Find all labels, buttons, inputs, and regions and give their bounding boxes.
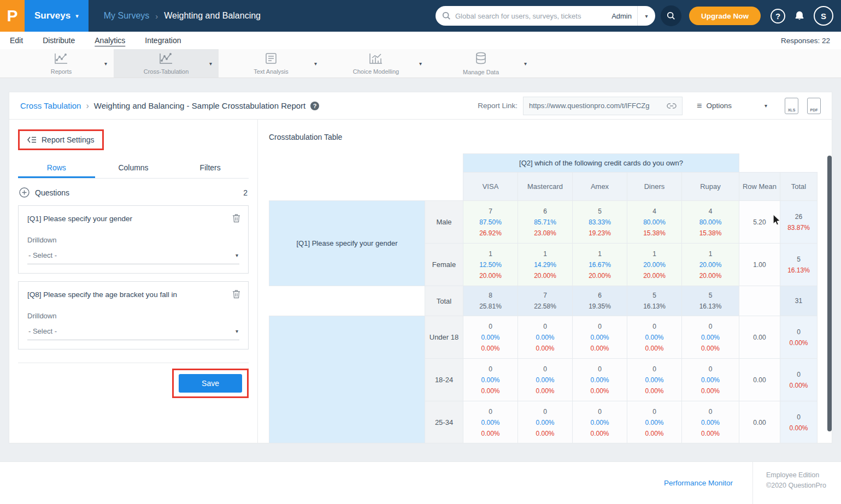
drilldown-select[interactable]: - Select -▾	[27, 322, 239, 340]
cell-value: 0.00%	[463, 417, 517, 428]
link-icon[interactable]	[667, 103, 677, 109]
nav-item-integration[interactable]: Integration	[145, 36, 181, 45]
select-value: - Select -	[28, 251, 57, 259]
cell-value: 0.00%	[518, 428, 572, 439]
save-button[interactable]: Save	[179, 374, 242, 393]
chevron-down-icon[interactable]: ▾	[419, 61, 422, 67]
cell-value: 0.00%	[627, 375, 681, 386]
cell-value: 0.00%	[573, 428, 627, 439]
data-cell: 00.00%0.00%	[518, 316, 573, 359]
data-cell: 116.67%20.00%	[573, 244, 627, 286]
table-cell	[269, 154, 463, 173]
drilldown-label: Drilldown	[27, 312, 239, 320]
cell-value: 16.13%	[627, 301, 681, 312]
data-cell: 00.00%0.00%	[573, 359, 627, 401]
vertical-scrollbar[interactable]	[827, 156, 832, 431]
breadcrumb-my-surveys[interactable]: My Surveys	[104, 11, 150, 21]
tab-columns[interactable]: Columns	[95, 158, 172, 178]
toolbar-item-reports[interactable]: Reports▾	[9, 49, 114, 78]
cell-value: 5	[682, 290, 739, 301]
footer: Performance Monitor Employee Edition ©20…	[0, 461, 841, 504]
table-cell	[780, 154, 818, 173]
tab-filters[interactable]: Filters	[172, 158, 249, 178]
export-xls-button[interactable]: XLS	[785, 98, 798, 114]
cell-value: 19.23%	[573, 228, 627, 239]
cell-value: 1	[627, 248, 681, 259]
cell-value: 0	[573, 321, 627, 332]
data-cell: 00.00%0.00%	[627, 401, 682, 443]
collapse-panel-icon	[27, 136, 37, 144]
toolbar-item-cross-tabulation[interactable]: Cross-Tabulation▾	[114, 49, 219, 78]
data-cell: 00.00%0.00%	[682, 359, 739, 401]
notifications-bell-icon[interactable]	[794, 10, 805, 22]
cell-value: 0.00%	[682, 332, 739, 343]
add-question-icon[interactable]	[19, 187, 30, 198]
tab-rows[interactable]: Rows	[18, 158, 95, 178]
report-settings-button[interactable]: Report Settings	[21, 132, 101, 147]
trash-icon[interactable]	[232, 214, 240, 225]
column-header-row-mean: Row Mean	[739, 173, 780, 201]
global-search-input[interactable]	[455, 12, 606, 20]
trash-icon[interactable]	[232, 289, 240, 301]
nav-item-analytics[interactable]: Analytics	[95, 36, 125, 45]
database-icon	[475, 52, 487, 67]
cell-value: 0.00%	[463, 386, 517, 396]
questionpro-logo[interactable]: P	[0, 0, 25, 32]
data-cell: 00.00%0.00%	[518, 359, 573, 401]
performance-monitor-link[interactable]: Performance Monitor	[664, 479, 733, 487]
cell-value: 83.87%	[780, 222, 817, 233]
nav-item-distribute[interactable]: Distribute	[43, 36, 75, 45]
cell-value: 0.00%	[518, 343, 572, 354]
row-mean-cell: 5.20	[739, 201, 780, 244]
options-label: Options	[706, 102, 732, 110]
search-scope-value[interactable]: Admin	[606, 12, 637, 20]
toolbar-item-text-analysis[interactable]: Text Analysis▾	[219, 49, 324, 78]
cross-tabulation-link[interactable]: Cross Tabulation	[20, 101, 81, 110]
search-icon	[442, 11, 451, 20]
help-button[interactable]: ?	[771, 9, 785, 23]
cell-value: 5	[573, 206, 627, 217]
report-help-icon[interactable]: ?	[310, 102, 319, 110]
cell-value: 80.00%	[627, 217, 681, 228]
cell-value: 0	[518, 321, 572, 332]
report-settings-panel: Report Settings RowsColumnsFilters Quest…	[9, 120, 258, 443]
data-cell: 00.00%0.00%	[518, 401, 573, 443]
data-cell: 120.00%20.00%	[627, 244, 682, 286]
cell-value: 0	[627, 406, 681, 417]
cell-value: 0	[627, 364, 681, 375]
cell-value: 0	[780, 412, 817, 423]
chevron-down-icon[interactable]: ▾	[524, 61, 527, 67]
cell-value: 0.00%	[518, 375, 572, 386]
column-header-rupay: Rupay	[682, 173, 739, 201]
search-scope-dropdown[interactable]: ▾	[637, 6, 655, 26]
panel-body: Report Settings RowsColumnsFilters Quest…	[9, 120, 832, 443]
cell-value: 5	[780, 254, 817, 265]
options-dropdown[interactable]: ≡ Options ▾	[697, 101, 767, 111]
report-header: Cross Tabulation › Weighting and Balanci…	[9, 92, 832, 120]
responses-count: Responses: 22	[781, 37, 830, 45]
product-menu-surveys[interactable]: Surveys ▾	[25, 0, 89, 32]
chevron-down-icon[interactable]: ▾	[314, 61, 317, 67]
cell-value: 0	[573, 364, 627, 375]
table-cell	[269, 286, 425, 316]
nav-item-edit[interactable]: Edit	[10, 36, 23, 45]
user-avatar[interactable]: S	[814, 6, 833, 26]
upgrade-now-button[interactable]: Upgrade Now	[689, 7, 761, 25]
toolbar-item-manage-data[interactable]: Manage Data▾	[428, 49, 533, 78]
chevron-down-icon[interactable]: ▾	[209, 61, 212, 67]
export-pdf-button[interactable]: PDF	[807, 98, 821, 114]
report-link-url[interactable]: https://www.questionpro.com/t/lFFCZg	[529, 102, 662, 110]
chevron-down-icon: ▾	[764, 103, 767, 109]
cell-value: 0	[463, 406, 517, 417]
toolbar-item-choice-modelling[interactable]: Choice Modelling▾	[324, 49, 428, 78]
search-submit-button[interactable]	[661, 5, 681, 26]
cell-value: 0.00%	[518, 417, 572, 428]
chevron-down-icon[interactable]: ▾	[104, 61, 107, 67]
cell-value: 85.71%	[518, 217, 572, 228]
cell-value: 1	[573, 248, 627, 259]
select-value: - Select -	[28, 327, 57, 335]
cell-value: 20.00%	[463, 270, 517, 281]
cell-value: 15.38%	[682, 228, 739, 239]
drilldown-select[interactable]: - Select -▾	[27, 246, 239, 264]
analytics-toolbar: Reports▾Cross-Tabulation▾Text Analysis▾C…	[0, 49, 841, 78]
